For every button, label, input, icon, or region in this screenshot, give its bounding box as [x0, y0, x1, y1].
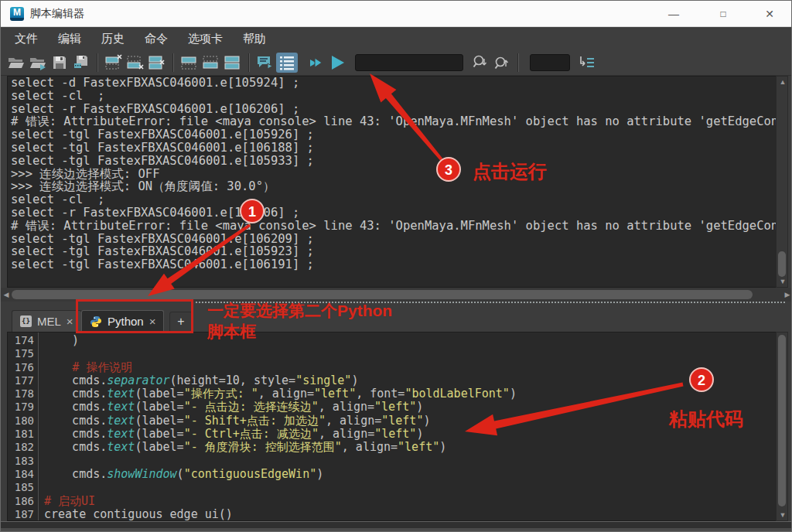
code-line: cmds.text(label="- 角度滑块: 控制选择范围", align=…	[44, 441, 787, 454]
tab-mel[interactable]: {} MEL ×	[12, 310, 82, 332]
scroll-left-icon[interactable]: ◀	[2, 290, 11, 299]
minimize-button[interactable]: —	[657, 1, 691, 26]
editor-vscrollbar[interactable]: ▼	[776, 332, 788, 521]
line-number: 177	[8, 374, 38, 387]
search-input[interactable]	[355, 54, 463, 71]
search-down-icon[interactable]	[469, 53, 491, 73]
goto-line-input[interactable]	[530, 54, 570, 71]
search-up-icon[interactable]	[491, 53, 513, 73]
execute-selected-icon[interactable]	[306, 53, 327, 73]
clear-input-icon[interactable]	[125, 53, 146, 73]
history-line: select -tgl FastexFBXASC046001.e[105933]…	[8, 155, 787, 168]
code-line: create_contiguous_edge_ui()	[44, 508, 787, 520]
tab-python[interactable]: Python ×	[81, 310, 164, 332]
menu-item-2[interactable]: 历史	[91, 27, 135, 50]
show-both-panes-icon[interactable]	[222, 53, 244, 73]
line-number: 180	[8, 414, 38, 428]
script-editor-window: M 脚本编辑器 — □ ✕ 文件编辑历史命令选项卡帮助	[0, 0, 792, 532]
maximize-button[interactable]: □	[706, 1, 740, 26]
line-number: 176	[8, 361, 38, 374]
menu-item-3[interactable]: 命令	[135, 27, 178, 50]
line-number-gutter: 1741751761771781791801811821831841851861…	[8, 332, 39, 520]
line-number: 184	[8, 468, 38, 481]
history-line: select -r FastexFBXASC046001.e[106206] ;	[8, 103, 787, 116]
toolbar	[1, 50, 791, 76]
line-numbers-icon[interactable]	[276, 53, 298, 73]
execute-all-icon[interactable]	[327, 53, 349, 73]
history-line: select -d FastexFBXASC046001.e[105924] ;	[8, 77, 787, 90]
history-vscroll-thumb[interactable]	[778, 251, 786, 277]
history-vscrollbar[interactable]: ▲ ▼	[776, 76, 788, 288]
save-to-shelf-icon[interactable]	[70, 53, 92, 73]
code-area[interactable]: ) # 操作说明 cmds.separator(height=10, style…	[39, 332, 787, 520]
toolbar-separator	[248, 53, 250, 72]
clear-all-icon[interactable]	[146, 53, 168, 73]
menu-bar: 文件编辑历史命令选项卡帮助	[1, 27, 791, 50]
menu-item-4[interactable]: 选项卡	[178, 27, 233, 50]
history-line: select -tgl FastexFBXASC046001.e[105926]…	[8, 128, 787, 142]
tab-python-close-icon[interactable]: ×	[149, 315, 156, 327]
scroll-down-icon[interactable]: ▼	[777, 510, 789, 520]
history-line: select -tgl FastexFBXASC046001.e[106209]…	[8, 233, 787, 246]
toolbar-separator	[97, 53, 98, 72]
close-button[interactable]: ✕	[753, 1, 787, 26]
menu-item-1[interactable]: 编辑	[48, 27, 91, 50]
scroll-down-icon[interactable]: ▼	[777, 277, 789, 286]
mel-icon: {}	[20, 315, 32, 327]
line-number: 174	[8, 334, 38, 347]
history-line: # 错误: AttributeError: file <maya console…	[8, 220, 787, 233]
code-line: # 启动UI	[44, 495, 787, 508]
history-hscrollbar[interactable]: ◀ ▶	[1, 288, 792, 302]
history-line: >>> 连续边选择模式: ON（角度阈值: 30.0°）	[8, 180, 787, 193]
save-script-icon[interactable]	[49, 53, 70, 73]
line-number: 181	[8, 428, 38, 441]
code-line: # 操作说明	[44, 361, 787, 374]
code-line	[44, 347, 787, 360]
maya-app-icon: M	[10, 7, 24, 21]
tab-python-label: Python	[108, 315, 144, 328]
line-number: 178	[8, 387, 38, 401]
tab-mel-label: MEL	[37, 315, 61, 328]
line-number: 185	[8, 481, 38, 494]
history-line: select -tgl FastexFBXASC046001.e[106191]…	[8, 258, 787, 271]
code-line: cmds.showWindow("contiguousEdgeWin")	[44, 468, 787, 481]
window-title: 脚本编辑器	[30, 7, 84, 21]
title-bar: M 脚本编辑器 — □ ✕	[1, 1, 791, 27]
line-number: 179	[8, 401, 38, 414]
goto-line-icon[interactable]	[576, 53, 598, 73]
clear-history-icon[interactable]	[103, 53, 125, 73]
source-script-icon[interactable]	[27, 53, 49, 73]
code-line: cmds.text(label="操作方式: ", align="left", …	[44, 387, 787, 401]
code-line	[44, 455, 787, 468]
toolbar-separator	[517, 53, 519, 72]
window-bottom-frame	[1, 521, 792, 532]
echo-commands-icon[interactable]	[254, 53, 276, 73]
scroll-right-icon[interactable]: ▶	[783, 290, 792, 299]
python-icon	[90, 315, 102, 328]
history-line: select -tgl FastexFBXASC046001.e[106188]…	[8, 142, 787, 155]
history-line: select -r FastexFBXASC046001.e[106206] ;	[8, 206, 787, 220]
line-number: 175	[8, 347, 38, 360]
code-line: cmds.text(label="- 点击边: 选择连续边", align="l…	[44, 401, 787, 414]
history-line: select -tgl FastexFBXASC046001.e[105923]…	[8, 245, 787, 258]
menu-item-0[interactable]: 文件	[5, 27, 48, 50]
show-history-only-icon[interactable]	[179, 53, 200, 73]
add-tab-button[interactable]: +	[169, 312, 193, 332]
open-script-icon[interactable]	[5, 53, 27, 73]
editor-vscroll-thumb[interactable]	[778, 335, 786, 506]
history-hscroll-thumb[interactable]	[12, 290, 753, 299]
tab-mel-close-icon[interactable]: ×	[67, 315, 73, 327]
history-line: select -cl ;	[8, 193, 787, 206]
scroll-up-icon[interactable]: ▲	[777, 77, 789, 87]
code-line	[44, 481, 787, 494]
toolbar-separator	[172, 53, 174, 72]
script-input-pane[interactable]: 1741751761771781791801811821831841851861…	[7, 332, 788, 521]
code-line: )	[44, 334, 787, 347]
menu-item-5[interactable]: 帮助	[233, 27, 276, 50]
line-number: 182	[8, 441, 38, 454]
history-line: >>> 连续边选择模式: OFF	[8, 168, 787, 181]
line-number: 186	[8, 495, 38, 508]
history-pane[interactable]: select -d FastexFBXASC046001.e[105924] ;…	[7, 76, 788, 288]
show-input-only-icon[interactable]	[200, 53, 222, 73]
code-line: cmds.separator(height=10, style="single"…	[44, 374, 787, 387]
